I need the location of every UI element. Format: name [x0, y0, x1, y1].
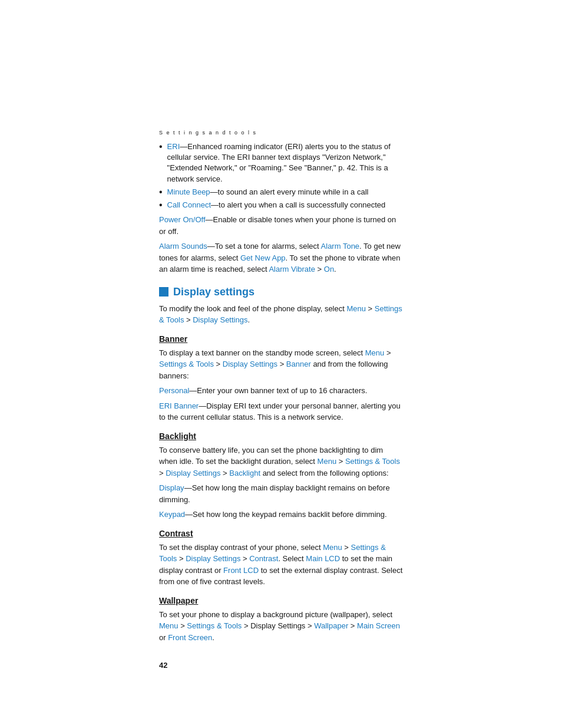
- wallpaper-main-screen-link[interactable]: Main Screen: [357, 621, 400, 630]
- wallpaper-link[interactable]: Wallpaper: [314, 621, 348, 630]
- list-item: • Call Connect—to alert you when a call …: [159, 200, 403, 210]
- backlight-display-settings-link[interactable]: Display Settings: [166, 469, 220, 477]
- backlight-intro: To conserve battery life, you can set th…: [159, 444, 403, 479]
- contrast-display-settings-link[interactable]: Display Settings: [186, 554, 240, 563]
- power-on-off-link[interactable]: Power On/Off: [159, 215, 206, 224]
- eri-link[interactable]: ERI: [167, 142, 180, 151]
- minute-beep-link[interactable]: Minute Beep: [167, 187, 210, 196]
- page-number: 42: [159, 661, 403, 670]
- contrast-link[interactable]: Contrast: [249, 554, 278, 563]
- banner-menu-link[interactable]: Menu: [365, 348, 385, 357]
- banner-eri: ERI Banner—Display ERI text under your p…: [159, 400, 403, 423]
- alarm-tone-link[interactable]: Alarm Tone: [321, 242, 360, 251]
- bullet-item-minute-beep: Minute Beep—to sound an alert every minu…: [167, 187, 369, 197]
- backlight-display-link[interactable]: Display: [159, 483, 184, 492]
- alarm-line: Alarm Sounds—To set a tone for alarms, s…: [159, 241, 403, 275]
- contrast-front-lcd-link[interactable]: Front LCD: [223, 566, 259, 575]
- alarm-sounds-link[interactable]: Alarm Sounds: [159, 242, 207, 251]
- backlight-tools-link[interactable]: Settings & Tools: [345, 457, 400, 466]
- backlight-keypad: Keypad—Set how long the keypad remains b…: [159, 509, 403, 521]
- contrast-main-lcd-link[interactable]: Main LCD: [306, 554, 340, 563]
- bullet-item-eri: ERI—Enhanced roaming indicator (ERI) ale…: [167, 141, 403, 185]
- bullet-list: • ERI—Enhanced roaming indicator (ERI) a…: [159, 141, 403, 210]
- wallpaper-tools-link[interactable]: Settings & Tools: [187, 621, 242, 630]
- power-line: Power On/Off—Enable or disable tones whe…: [159, 214, 403, 237]
- display-settings-intro: To modify the look and feel of the phone…: [159, 303, 403, 326]
- banner-personal: Personal—Enter your own banner text of u…: [159, 385, 403, 397]
- list-item: • ERI—Enhanced roaming indicator (ERI) a…: [159, 141, 403, 185]
- wallpaper-heading: Wallpaper: [159, 596, 403, 605]
- display-settings-heading: Display settings: [159, 286, 403, 298]
- contrast-body: To set the display contrast of your phon…: [159, 542, 403, 588]
- banner-heading: Banner: [159, 334, 403, 344]
- backlight-heading: Backlight: [159, 431, 403, 441]
- backlight-display: Display—Set how long the main display ba…: [159, 482, 403, 505]
- backlight-keypad-link[interactable]: Keypad: [159, 510, 185, 519]
- section-header: S e t t i n g s a n d t o o l s: [159, 130, 403, 136]
- display-settings-link[interactable]: Display Settings: [193, 315, 247, 324]
- display-settings-title: Display settings: [173, 286, 254, 298]
- banner-tools-link[interactable]: Settings & Tools: [159, 360, 214, 368]
- alarm-vibrate-link[interactable]: Alarm Vibrate: [269, 265, 315, 274]
- get-new-app-link[interactable]: Get New App: [240, 253, 286, 262]
- contrast-menu-link[interactable]: Menu: [323, 543, 342, 552]
- banner-eri-link[interactable]: ERI Banner: [159, 401, 199, 410]
- page-content: S e t t i n g s a n d t o o l s • ERI—En…: [0, 0, 562, 728]
- bullet-dot: •: [159, 141, 163, 152]
- call-connect-link[interactable]: Call Connect: [167, 200, 211, 209]
- banner-link[interactable]: Banner: [286, 360, 311, 368]
- list-item: • Minute Beep—to sound an alert every mi…: [159, 187, 403, 197]
- banner-intro: To display a text banner on the standby …: [159, 347, 403, 382]
- wallpaper-front-screen-link[interactable]: Front Screen: [168, 633, 212, 642]
- banner-display-settings-link[interactable]: Display Settings: [223, 360, 277, 368]
- contrast-heading: Contrast: [159, 529, 403, 538]
- wallpaper-body: To set your phone to display a backgroun…: [159, 609, 403, 644]
- blue-square-icon: [159, 287, 168, 297]
- banner-personal-link[interactable]: Personal: [159, 386, 189, 395]
- on-link[interactable]: On: [324, 265, 334, 274]
- display-menu-link[interactable]: Menu: [346, 304, 366, 313]
- backlight-link[interactable]: Backlight: [229, 469, 260, 477]
- wallpaper-menu-link[interactable]: Menu: [159, 621, 178, 630]
- bullet-dot: •: [159, 200, 163, 210]
- backlight-menu-link[interactable]: Menu: [318, 457, 337, 466]
- bullet-dot: •: [159, 187, 163, 197]
- bullet-item-call-connect: Call Connect—to alert you when a call is…: [167, 200, 386, 210]
